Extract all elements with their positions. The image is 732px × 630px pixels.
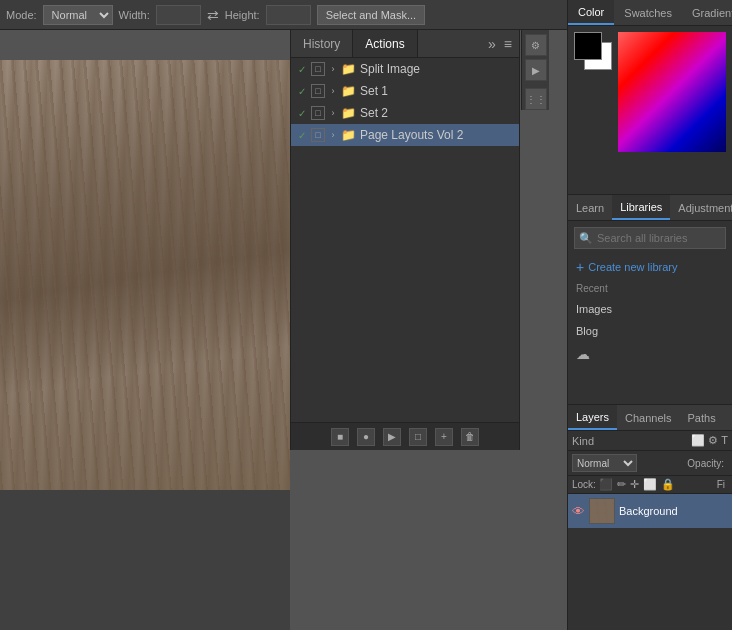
plus-icon: + <box>576 259 584 275</box>
folder-set1: 📁 <box>341 84 356 98</box>
color-content <box>568 26 732 158</box>
layers-panel: Layers Channels Paths Kind ⬜ ⚙ T Normal … <box>568 405 732 630</box>
color-tabs: Color Swatches Gradients <box>568 0 732 26</box>
label-page-layouts: Page Layouts Vol 2 <box>360 128 463 142</box>
tab-layers[interactable]: Layers <box>568 405 617 430</box>
select-mask-button[interactable]: Select and Mask... <box>317 5 426 25</box>
lock-position-icon[interactable]: ✛ <box>630 478 639 491</box>
swap-icon: ⇄ <box>207 7 219 23</box>
background-layer-item[interactable]: 👁 Background <box>568 494 732 528</box>
new-set-btn[interactable]: □ <box>409 428 427 446</box>
tab-gradients[interactable]: Gradients <box>682 0 732 25</box>
label-set2: Set 2 <box>360 106 388 120</box>
main-area: History Actions » ≡ ✓ □ › 📁 Split Image … <box>0 30 732 630</box>
layer-visibility-icon[interactable]: 👁 <box>572 504 585 519</box>
tab-paths[interactable]: Paths <box>680 405 724 430</box>
fg-bg-colors <box>574 32 612 70</box>
kind-icons: ⬜ ⚙ T <box>691 434 728 447</box>
lock-image-icon[interactable]: ✏ <box>617 478 626 491</box>
check-set2: ✓ <box>295 108 309 119</box>
folder-set2: 📁 <box>341 106 356 120</box>
lock-icons: ⬛ ✏ ✛ ⬜ 🔒 <box>599 478 675 491</box>
box-set2: □ <box>311 106 325 120</box>
tab-actions[interactable]: Actions <box>353 30 417 57</box>
record-btn[interactable]: ● <box>357 428 375 446</box>
action-item-set1[interactable]: ✓ □ › 📁 Set 1 <box>291 80 519 102</box>
filter-type-icon[interactable]: T <box>721 434 728 447</box>
check-page-layouts: ✓ <box>295 130 309 141</box>
mini-icon-3[interactable]: ⋮⋮ <box>525 88 547 110</box>
box-set1: □ <box>311 84 325 98</box>
color-panel: Color Swatches Gradients <box>568 0 732 195</box>
folder-split-image: 📁 <box>341 62 356 76</box>
kind-label: Kind <box>572 435 594 447</box>
panel-tab-icons: » ≡ <box>485 34 519 54</box>
wood-texture <box>0 60 290 490</box>
height-label: Height: <box>225 9 260 21</box>
box-page-layouts: □ <box>311 128 325 142</box>
mini-icon-1[interactable]: ⚙ <box>525 34 547 56</box>
layers-mode-row: Normal Opacity: <box>568 451 732 476</box>
lib-item-blog[interactable]: Blog <box>568 320 732 342</box>
color-gradient-display[interactable] <box>618 32 726 152</box>
expand-page-layouts: › <box>327 130 339 140</box>
layer-thumb-inner <box>590 499 614 523</box>
expand-set1: › <box>327 86 339 96</box>
lib-search-box: 🔍 <box>574 227 726 249</box>
lib-item-images[interactable]: Images <box>568 298 732 320</box>
mode-select[interactable]: Normal <box>43 5 113 25</box>
search-input[interactable] <box>597 232 721 244</box>
actions-panel: History Actions » ≡ ✓ □ › 📁 Split Image … <box>290 30 520 450</box>
libraries-panel: Learn Libraries Adjustments 🔍 + Create n… <box>568 195 732 405</box>
label-split-image: Split Image <box>360 62 420 76</box>
height-input[interactable] <box>266 5 311 25</box>
layers-kind-row: Kind ⬜ ⚙ T <box>568 431 732 451</box>
tab-learn[interactable]: Learn <box>568 195 612 220</box>
action-item-split-image[interactable]: ✓ □ › 📁 Split Image <box>291 58 519 80</box>
play-btn[interactable]: ▶ <box>383 428 401 446</box>
mini-icons-panel: ⚙ ▶ ⋮⋮ <box>521 30 549 110</box>
action-items-list: ✓ □ › 📁 Split Image ✓ □ › 📁 Set 1 ✓ □ › … <box>291 58 519 422</box>
lock-transparent-icon[interactable]: ⬛ <box>599 478 613 491</box>
action-item-set2[interactable]: ✓ □ › 📁 Set 2 <box>291 102 519 124</box>
mode-label: Mode: <box>6 9 37 21</box>
new-action-btn[interactable]: + <box>435 428 453 446</box>
create-library-btn[interactable]: + Create new library <box>568 255 732 279</box>
tab-libraries[interactable]: Libraries <box>612 195 670 220</box>
lock-all-icon[interactable]: 🔒 <box>661 478 675 491</box>
layer-thumbnail <box>589 498 615 524</box>
check-split-image: ✓ <box>295 64 309 75</box>
expand-icon[interactable]: » <box>485 34 499 54</box>
create-library-label: Create new library <box>588 261 677 273</box>
tab-color[interactable]: Color <box>568 0 614 25</box>
tab-channels[interactable]: Channels <box>617 405 679 430</box>
width-label: Width: <box>119 9 150 21</box>
tab-swatches[interactable]: Swatches <box>614 0 682 25</box>
filter-pixel-icon[interactable]: ⬜ <box>691 434 705 447</box>
delete-btn[interactable]: 🗑 <box>461 428 479 446</box>
mini-icon-2[interactable]: ▶ <box>525 59 547 81</box>
folder-page-layouts: 📁 <box>341 128 356 142</box>
opacity-label: Opacity: <box>687 458 724 469</box>
expand-split-image: › <box>327 64 339 74</box>
canvas-image <box>0 60 290 490</box>
box-split-image: □ <box>311 62 325 76</box>
menu-icon[interactable]: ≡ <box>501 34 515 54</box>
lock-artboard-icon[interactable]: ⬜ <box>643 478 657 491</box>
tab-history[interactable]: History <box>291 30 353 57</box>
panel-tabs: History Actions » ≡ <box>291 30 519 58</box>
width-input[interactable] <box>156 5 201 25</box>
filter-adjust-icon[interactable]: ⚙ <box>708 434 718 447</box>
layer-background-name: Background <box>619 505 678 517</box>
blend-mode-select[interactable]: Normal <box>572 454 637 472</box>
action-item-page-layouts[interactable]: ✓ □ › 📁 Page Layouts Vol 2 <box>291 124 519 146</box>
recent-label: Recent <box>568 279 732 298</box>
tab-adjustments[interactable]: Adjustments <box>670 195 732 220</box>
check-set1: ✓ <box>295 86 309 97</box>
stop-btn[interactable]: ■ <box>331 428 349 446</box>
foreground-color-swatch[interactable] <box>574 32 602 60</box>
canvas-below <box>0 490 290 630</box>
panel-bottom-toolbar: ■ ● ▶ □ + 🗑 <box>291 422 519 450</box>
fill-label: Fi <box>717 479 725 490</box>
color-swatches <box>574 32 612 152</box>
